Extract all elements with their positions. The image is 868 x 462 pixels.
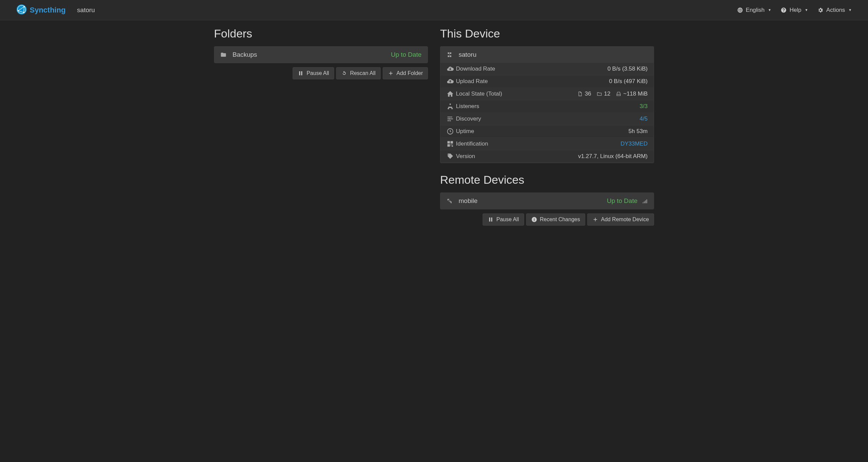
help-label: Help: [789, 7, 801, 14]
remote-device-header[interactable]: mobile Up to Date: [440, 193, 654, 209]
globe-icon: [737, 7, 743, 13]
language-label: English: [746, 7, 765, 14]
clock-icon: [446, 128, 454, 135]
cloud-upload-icon: [446, 78, 454, 85]
brand-text: Syncthing: [30, 6, 65, 15]
remote-device-status: Up to Date: [607, 197, 638, 205]
sliders-icon: [446, 115, 454, 123]
folders-heading: Folders: [214, 27, 428, 40]
discovery-value[interactable]: 4/5: [640, 116, 648, 122]
local-size: ~118 MiB: [623, 91, 648, 97]
plus-icon: [388, 70, 394, 76]
listeners-row: Listeners 3/3: [440, 100, 654, 113]
local-state-row: Local State (Total) 36 12 ~118 MiB: [440, 88, 654, 100]
folder-status: Up to Date: [391, 51, 422, 58]
pause-all-devices-label: Pause All: [496, 216, 519, 223]
uptime-label: Uptime: [456, 128, 628, 135]
qrcode-icon: [446, 140, 454, 148]
remote-device-name: mobile: [459, 197, 478, 205]
add-folder-label: Add Folder: [397, 70, 423, 76]
download-rate-label: Download Rate: [456, 66, 607, 72]
this-device-heading: This Device: [440, 27, 654, 40]
home-icon: [446, 90, 454, 98]
cloud-download-icon: [446, 65, 454, 73]
recent-changes-button[interactable]: i Recent Changes: [526, 213, 585, 226]
syncthing-logo-icon: [16, 4, 27, 16]
pause-all-devices-button[interactable]: Pause All: [483, 213, 524, 226]
device-icon: [446, 52, 453, 58]
listeners-value[interactable]: 3/3: [640, 103, 648, 110]
pause-all-folders-button[interactable]: Pause All: [293, 67, 334, 79]
local-dirs: 12: [604, 91, 611, 97]
identification-label: Identification: [456, 140, 621, 147]
folder-panel: Backups Up to Date: [214, 46, 428, 63]
tag-icon: [446, 153, 454, 160]
discovery-row: Discovery 4/5: [440, 113, 654, 125]
version-value: v1.27.7, Linux (64-bit ARM): [578, 153, 648, 160]
question-circle-icon: [781, 7, 787, 13]
hdd-icon: [616, 91, 621, 97]
download-rate-row: Download Rate 0 B/s (3.58 KiB): [440, 63, 654, 75]
help-menu[interactable]: Help ▼: [781, 7, 808, 14]
pause-icon: [298, 70, 304, 76]
svg-text:i: i: [534, 217, 535, 222]
folder-name: Backups: [233, 51, 257, 58]
folder-icon: [220, 52, 226, 58]
folders-column: Folders Backups Up to Date Pause All Res…: [214, 27, 428, 226]
remote-devices-heading: Remote Devices: [440, 173, 654, 186]
devices-column: This Device satoru Download Rate 0 B/s (…: [440, 27, 654, 226]
remote-device-panel: mobile Up to Date: [440, 192, 654, 209]
identification-row: Identification DY33MED: [440, 138, 654, 150]
version-row: Version v1.27.7, Linux (64-bit ARM): [440, 150, 654, 163]
info-circle-icon: i: [531, 216, 537, 223]
uptime-value: 5h 53m: [628, 128, 648, 135]
navbar: Syncthing satoru English ▼ Help ▼ Action…: [0, 0, 868, 20]
add-remote-device-button[interactable]: Add Remote Device: [587, 213, 654, 226]
rescan-all-button[interactable]: Rescan All: [336, 67, 381, 79]
local-state-label: Local State (Total): [456, 91, 577, 97]
folder-header[interactable]: Backups Up to Date: [214, 47, 428, 63]
local-files: 36: [585, 91, 591, 97]
this-device-name: satoru: [459, 51, 477, 58]
refresh-icon: [341, 70, 347, 76]
add-folder-button[interactable]: Add Folder: [383, 67, 428, 79]
listeners-label: Listeners: [456, 103, 640, 110]
signal-icon: [642, 198, 648, 204]
pause-icon: [488, 216, 494, 223]
rescan-all-label: Rescan All: [350, 70, 376, 76]
actions-label: Actions: [826, 7, 845, 14]
gear-icon: [817, 7, 823, 13]
pause-all-label: Pause All: [306, 70, 329, 76]
folder-outline-icon: [597, 91, 602, 97]
add-remote-device-label: Add Remote Device: [601, 216, 649, 223]
upload-rate-row: Upload Rate 0 B/s (497 KiB): [440, 75, 654, 88]
navbar-host[interactable]: satoru: [77, 6, 95, 14]
this-device-header[interactable]: satoru: [440, 47, 654, 63]
version-label: Version: [456, 153, 578, 160]
discovery-label: Discovery: [456, 116, 640, 122]
identification-value[interactable]: DY33MED: [621, 140, 648, 147]
link-icon: [446, 198, 453, 204]
brand[interactable]: Syncthing: [16, 4, 65, 16]
upload-rate-value: 0 B/s (497 KiB): [609, 78, 648, 85]
this-device-panel: satoru Download Rate 0 B/s (3.58 KiB) Up…: [440, 46, 654, 163]
actions-menu[interactable]: Actions ▼: [817, 7, 852, 14]
file-icon: [577, 91, 583, 97]
uptime-row: Uptime 5h 53m: [440, 125, 654, 138]
caret-down-icon: ▼: [805, 8, 808, 12]
caret-down-icon: ▼: [768, 8, 771, 12]
plus-icon: [592, 216, 598, 223]
recent-changes-label: Recent Changes: [540, 216, 580, 223]
download-rate-value: 0 B/s (3.58 KiB): [607, 66, 648, 72]
language-menu[interactable]: English ▼: [737, 7, 771, 14]
sitemap-icon: [446, 103, 454, 110]
upload-rate-label: Upload Rate: [456, 78, 609, 85]
svg-point-0: [17, 4, 26, 14]
caret-down-icon: ▼: [848, 8, 852, 12]
